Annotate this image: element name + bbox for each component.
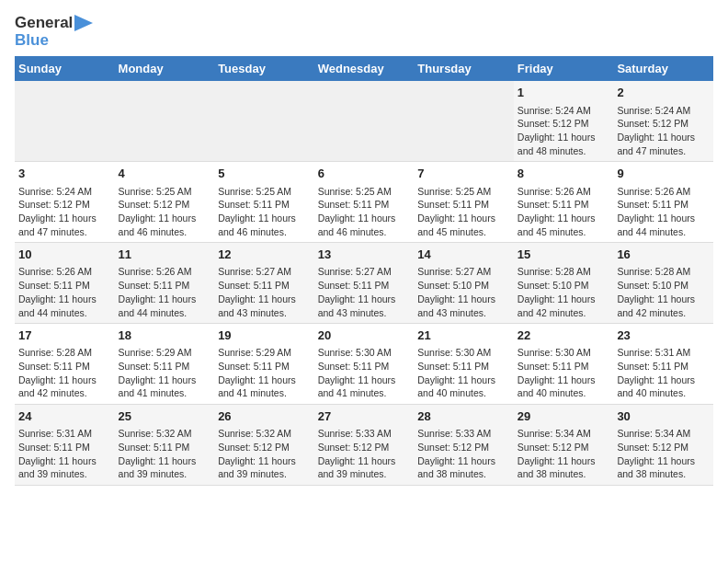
calendar-cell: 16Sunrise: 5:28 AMSunset: 5:10 PMDayligh… [613, 243, 713, 324]
calendar-cell: 30Sunrise: 5:34 AMSunset: 5:12 PMDayligh… [613, 405, 713, 486]
column-header-monday: Monday [115, 56, 215, 81]
calendar-cell: 27Sunrise: 5:33 AMSunset: 5:12 PMDayligh… [314, 405, 415, 486]
calendar-cell: 21Sunrise: 5:30 AMSunset: 5:11 PMDayligh… [414, 324, 514, 405]
day-info: Sunrise: 5:28 AMSunset: 5:10 PMDaylight:… [617, 265, 710, 319]
calendar-cell: 8Sunrise: 5:26 AMSunset: 5:11 PMDaylight… [514, 162, 614, 243]
day-number: 29 [518, 408, 610, 425]
week-row-3: 10Sunrise: 5:26 AMSunset: 5:11 PMDayligh… [15, 243, 713, 324]
day-number: 1 [518, 85, 610, 101]
calendar-cell [15, 81, 115, 161]
calendar-cell: 5Sunrise: 5:25 AMSunset: 5:11 PMDaylight… [214, 162, 314, 243]
day-number: 26 [218, 408, 311, 425]
calendar-cell: 22Sunrise: 5:30 AMSunset: 5:11 PMDayligh… [514, 324, 614, 405]
calendar-cell: 6Sunrise: 5:25 AMSunset: 5:11 PMDaylight… [314, 162, 415, 243]
day-number: 3 [18, 166, 111, 182]
header: General Blue [15, 15, 713, 49]
column-header-sunday: Sunday [15, 56, 115, 81]
calendar-cell [214, 81, 314, 161]
day-number: 12 [218, 247, 311, 263]
day-number: 20 [318, 327, 411, 344]
calendar-cell: 7Sunrise: 5:25 AMSunset: 5:11 PMDaylight… [414, 162, 514, 243]
day-info: Sunrise: 5:28 AMSunset: 5:11 PMDaylight:… [18, 346, 111, 400]
day-number: 21 [417, 327, 510, 344]
column-header-saturday: Saturday [613, 56, 713, 81]
logo-general: General [15, 15, 73, 32]
week-row-4: 17Sunrise: 5:28 AMSunset: 5:11 PMDayligh… [15, 324, 713, 405]
calendar-cell: 17Sunrise: 5:28 AMSunset: 5:11 PMDayligh… [15, 324, 115, 405]
day-number: 24 [18, 408, 111, 425]
day-info: Sunrise: 5:33 AMSunset: 5:12 PMDaylight:… [417, 427, 510, 481]
day-info: Sunrise: 5:33 AMSunset: 5:12 PMDaylight:… [318, 427, 411, 481]
day-number: 8 [518, 166, 610, 182]
day-info: Sunrise: 5:29 AMSunset: 5:11 PMDaylight:… [218, 346, 311, 400]
day-info: Sunrise: 5:26 AMSunset: 5:11 PMDaylight:… [119, 265, 211, 319]
day-info: Sunrise: 5:30 AMSunset: 5:11 PMDaylight:… [417, 346, 510, 400]
day-number: 5 [218, 166, 311, 182]
day-number: 28 [417, 408, 510, 425]
calendar-cell: 19Sunrise: 5:29 AMSunset: 5:11 PMDayligh… [214, 324, 314, 405]
logo-arrow-icon [74, 15, 93, 31]
calendar-header-row: SundayMondayTuesdayWednesdayThursdayFrid… [15, 56, 713, 81]
day-number: 7 [417, 166, 510, 182]
day-info: Sunrise: 5:24 AMSunset: 5:12 PMDaylight:… [518, 104, 610, 158]
calendar-cell: 18Sunrise: 5:29 AMSunset: 5:11 PMDayligh… [115, 324, 215, 405]
week-row-5: 24Sunrise: 5:31 AMSunset: 5:11 PMDayligh… [15, 405, 713, 486]
day-number: 25 [119, 408, 211, 425]
calendar-cell: 23Sunrise: 5:31 AMSunset: 5:11 PMDayligh… [613, 324, 713, 405]
calendar-cell: 28Sunrise: 5:33 AMSunset: 5:12 PMDayligh… [414, 405, 514, 486]
day-info: Sunrise: 5:30 AMSunset: 5:11 PMDaylight:… [518, 346, 610, 400]
calendar-cell [115, 81, 215, 161]
calendar-cell: 10Sunrise: 5:26 AMSunset: 5:11 PMDayligh… [15, 243, 115, 324]
day-info: Sunrise: 5:30 AMSunset: 5:11 PMDaylight:… [318, 346, 411, 400]
calendar-cell: 14Sunrise: 5:27 AMSunset: 5:10 PMDayligh… [414, 243, 514, 324]
day-number: 17 [18, 327, 111, 344]
day-info: Sunrise: 5:34 AMSunset: 5:12 PMDaylight:… [518, 427, 610, 481]
day-info: Sunrise: 5:26 AMSunset: 5:11 PMDaylight:… [617, 185, 710, 239]
day-info: Sunrise: 5:34 AMSunset: 5:12 PMDaylight:… [617, 427, 710, 481]
calendar-cell: 1Sunrise: 5:24 AMSunset: 5:12 PMDaylight… [514, 81, 614, 161]
day-number: 13 [318, 247, 411, 263]
calendar-cell: 20Sunrise: 5:30 AMSunset: 5:11 PMDayligh… [314, 324, 415, 405]
day-info: Sunrise: 5:29 AMSunset: 5:11 PMDaylight:… [119, 346, 211, 400]
column-header-tuesday: Tuesday [214, 56, 314, 81]
logo: General Blue [15, 15, 93, 49]
day-number: 22 [518, 327, 610, 344]
column-header-wednesday: Wednesday [314, 56, 415, 81]
day-number: 23 [617, 327, 710, 344]
day-info: Sunrise: 5:27 AMSunset: 5:11 PMDaylight:… [218, 265, 311, 319]
day-number: 16 [617, 247, 710, 263]
svg-marker-0 [74, 15, 93, 31]
day-info: Sunrise: 5:26 AMSunset: 5:11 PMDaylight:… [518, 185, 610, 239]
calendar-cell: 9Sunrise: 5:26 AMSunset: 5:11 PMDaylight… [613, 162, 713, 243]
week-row-1: 1Sunrise: 5:24 AMSunset: 5:12 PMDaylight… [15, 81, 713, 161]
day-number: 18 [119, 327, 211, 344]
column-header-friday: Friday [514, 56, 614, 81]
day-info: Sunrise: 5:32 AMSunset: 5:11 PMDaylight:… [119, 427, 211, 481]
day-info: Sunrise: 5:27 AMSunset: 5:10 PMDaylight:… [417, 265, 510, 319]
day-number: 19 [218, 327, 311, 344]
day-info: Sunrise: 5:24 AMSunset: 5:12 PMDaylight:… [617, 104, 710, 158]
day-number: 27 [318, 408, 411, 425]
calendar-cell [314, 81, 415, 161]
calendar-cell: 15Sunrise: 5:28 AMSunset: 5:10 PMDayligh… [514, 243, 614, 324]
week-row-2: 3Sunrise: 5:24 AMSunset: 5:12 PMDaylight… [15, 162, 713, 243]
logo-blue: Blue [15, 32, 93, 50]
calendar-table: SundayMondayTuesdayWednesdayThursdayFrid… [15, 56, 713, 486]
day-info: Sunrise: 5:25 AMSunset: 5:11 PMDaylight:… [318, 185, 411, 239]
day-info: Sunrise: 5:27 AMSunset: 5:11 PMDaylight:… [318, 265, 411, 319]
day-info: Sunrise: 5:31 AMSunset: 5:11 PMDaylight:… [617, 346, 710, 400]
day-number: 11 [119, 247, 211, 263]
day-number: 10 [18, 247, 111, 263]
calendar-cell: 26Sunrise: 5:32 AMSunset: 5:12 PMDayligh… [214, 405, 314, 486]
day-info: Sunrise: 5:25 AMSunset: 5:12 PMDaylight:… [119, 185, 211, 239]
day-info: Sunrise: 5:31 AMSunset: 5:11 PMDaylight:… [18, 427, 111, 481]
day-number: 2 [617, 85, 710, 101]
calendar-cell: 3Sunrise: 5:24 AMSunset: 5:12 PMDaylight… [15, 162, 115, 243]
calendar-cell [414, 81, 514, 161]
calendar-cell: 4Sunrise: 5:25 AMSunset: 5:12 PMDaylight… [115, 162, 215, 243]
calendar-cell: 2Sunrise: 5:24 AMSunset: 5:12 PMDaylight… [613, 81, 713, 161]
logo-text: General Blue [15, 15, 93, 49]
day-number: 4 [119, 166, 211, 182]
day-info: Sunrise: 5:25 AMSunset: 5:11 PMDaylight:… [218, 185, 311, 239]
day-number: 6 [318, 166, 411, 182]
